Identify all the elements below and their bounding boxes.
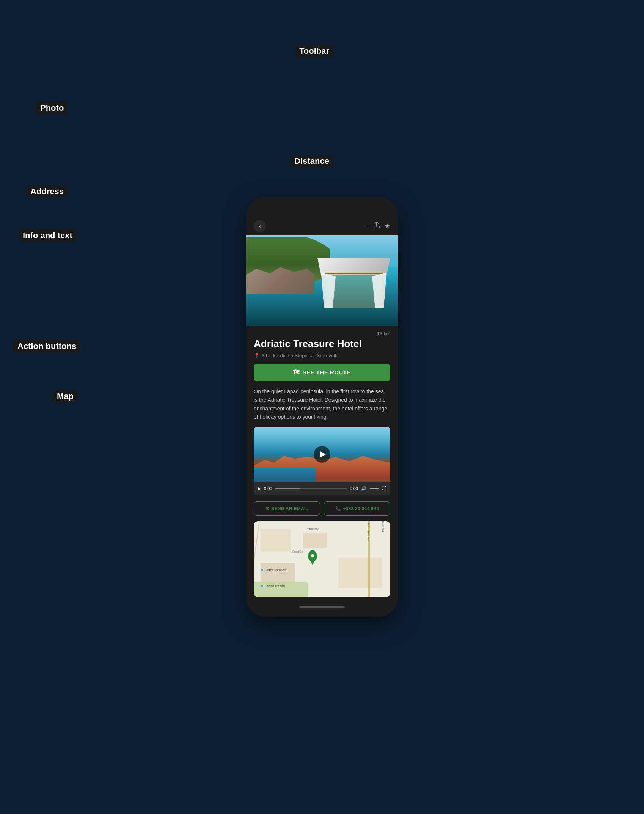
fullscreen-icon[interactable]: ⛶	[382, 486, 386, 491]
route-button-label: SEE THE ROUTE	[303, 369, 351, 376]
video-progress-bar[interactable]	[275, 488, 347, 489]
see-route-button[interactable]: 🗺 SEE THE ROUTE	[254, 364, 390, 381]
video-water	[254, 468, 315, 482]
phone-notch	[299, 204, 345, 213]
play-triangle-icon	[320, 451, 326, 458]
map-pin-body	[308, 550, 317, 561]
share-icon[interactable]	[374, 222, 380, 230]
action-buttons: ✉ SEND AN EMAIL 📞 +382 20 344 644	[254, 501, 390, 516]
video-total-time: 0:00	[350, 486, 358, 491]
video-current-time: 0:00	[264, 486, 272, 491]
hotel-name: Adriatic Treasure Hotel	[254, 338, 390, 350]
address-annotation: Address	[27, 185, 68, 198]
phone-label: +382 20 344 644	[343, 506, 379, 511]
hotel-map-dot	[261, 569, 264, 572]
video-controls: ▶ 0:00 0:00 🔊 ⛶	[254, 482, 390, 495]
email-button[interactable]: ✉ SEND AN EMAIL	[254, 501, 320, 516]
action-annotation: Action buttons	[14, 340, 80, 353]
back-icon: ‹	[259, 223, 261, 229]
map-street-label-1: Za Dulića	[382, 521, 385, 532]
toolbar-right: ··· ★	[363, 222, 390, 230]
page-wrapper: Toolbar Photo Distance Address Itinerary…	[0, 0, 644, 814]
map-background: Za Dulića Primorska Šetalište Hotel Komp…	[254, 521, 390, 597]
back-button[interactable]: ‹	[254, 220, 266, 232]
hero-cabana	[317, 258, 390, 308]
map-block-4	[338, 558, 382, 588]
video-progress-fill	[275, 488, 300, 489]
play-button[interactable]	[314, 446, 330, 463]
beach-map-label: Lapad Beach	[261, 584, 285, 588]
video-thumbnail	[254, 427, 390, 482]
hotel-description: On the quiet Lapad peninsula, in the fir…	[254, 387, 390, 421]
address-text: 3 Ul. kardinala Stepinca Dubrovnik	[262, 353, 337, 358]
map-container[interactable]: Za Dulića Primorska Šetalište Hotel Komp…	[254, 521, 390, 597]
address-row: 📍 3 Ul. kardinala Stepinca Dubrovnik	[254, 353, 390, 358]
toolbar: ‹ ··· ★	[246, 217, 398, 235]
hotel-map-name: Hotel Kompas	[265, 568, 286, 572]
distance-text: 13 km	[377, 331, 390, 336]
route-map-icon: 🗺	[293, 369, 300, 376]
map-street-label-2: Primorska	[306, 527, 319, 531]
content-area: 13 km Adriatic Treasure Hotel 📍 3 Ul. ka…	[246, 326, 398, 602]
pin-icon: 📍	[254, 353, 260, 358]
map-pin-dot	[311, 554, 314, 557]
hotel-map-label: Hotel Kompas	[261, 568, 286, 572]
beach-map-dot	[261, 585, 264, 588]
video-play-icon[interactable]: ▶	[258, 486, 261, 491]
volume-bar[interactable]	[370, 488, 379, 489]
phone-button[interactable]: 📞 +382 20 344 644	[324, 501, 390, 516]
volume-icon[interactable]: 🔊	[361, 486, 367, 491]
map-block-1	[261, 529, 291, 552]
more-icon[interactable]: ···	[363, 222, 369, 230]
hero-photo	[246, 235, 398, 326]
toolbar-annotation: Toolbar	[295, 45, 333, 58]
map-block-2	[303, 533, 328, 548]
email-icon: ✉	[265, 506, 269, 511]
hero-placeholder	[246, 235, 398, 326]
distance-row: 13 km	[254, 331, 390, 336]
photo-annotation: Photo	[36, 102, 68, 115]
phone-icon: 📞	[335, 506, 341, 511]
map-street-label-3: Šetalište	[292, 550, 304, 554]
info-annotation: Info and text	[19, 229, 76, 242]
map-annotation: Map	[53, 390, 77, 403]
map-street-label-4: Kralja Tomislava	[367, 521, 370, 542]
video-player: ▶ 0:00 0:00 🔊 ⛶	[254, 427, 390, 495]
bookmark-icon[interactable]: ★	[384, 222, 390, 230]
map-pin	[308, 550, 317, 561]
phone-device: ‹ ··· ★	[246, 197, 398, 617]
distance-annotation: Distance	[291, 155, 333, 168]
home-indicator	[299, 606, 345, 608]
email-label: SEND AN EMAIL	[271, 506, 308, 511]
phone-screen: ‹ ··· ★	[246, 217, 398, 608]
beach-map-name: Lapad Beach	[265, 584, 285, 588]
